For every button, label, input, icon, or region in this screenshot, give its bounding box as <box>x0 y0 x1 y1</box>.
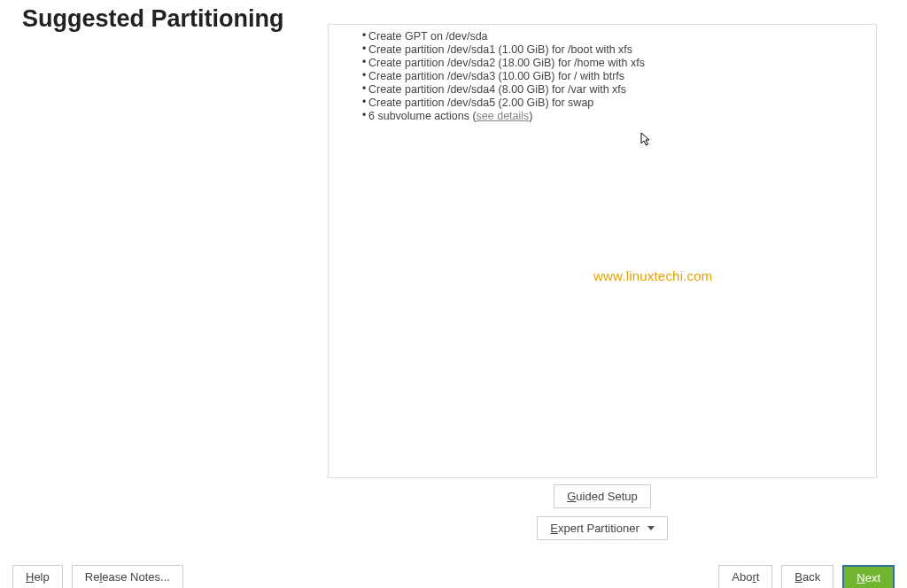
abort-button[interactable]: Abort <box>718 565 772 588</box>
list-item: Create partition /dev/sda4 (8.00 GiB) fo… <box>346 83 858 97</box>
back-button[interactable]: Back <box>781 565 833 588</box>
center-button-group: Guided Setup Expert Partitioner <box>328 484 877 540</box>
subvolume-suffix: ) <box>529 110 532 122</box>
page-title: Suggested Partitioning <box>22 5 284 33</box>
expert-partitioner-button[interactable]: Expert Partitioner <box>537 516 667 540</box>
watermark: www.linuxtechi.com <box>593 268 712 283</box>
chevron-down-icon <box>647 526 655 530</box>
help-button[interactable]: Help <box>12 565 63 588</box>
list-item: Create partition /dev/sda2 (18.00 GiB) f… <box>346 57 858 70</box>
guided-setup-button[interactable]: Guided Setup <box>554 484 651 508</box>
subvolume-prefix: 6 subvolume actions ( <box>368 110 477 122</box>
list-item: Create partition /dev/sda5 (2.00 GiB) fo… <box>346 97 858 110</box>
bottom-bar: Help Release Notes... Abort Back Next <box>0 561 907 588</box>
list-item: 6 subvolume actions (see details) <box>346 110 858 123</box>
partition-summary-panel: Create GPT on /dev/sda Create partition … <box>328 24 877 478</box>
list-item: Create partition /dev/sda3 (10.00 GiB) f… <box>346 70 858 83</box>
list-item: Create GPT on /dev/sda <box>346 30 858 43</box>
release-notes-button[interactable]: Release Notes... <box>72 565 183 588</box>
see-details-link[interactable]: see details <box>477 110 530 122</box>
list-item: Create partition /dev/sda1 (1.00 GiB) fo… <box>346 43 858 57</box>
next-button[interactable]: Next <box>842 565 895 588</box>
partition-action-list: Create GPT on /dev/sda Create partition … <box>346 30 858 123</box>
